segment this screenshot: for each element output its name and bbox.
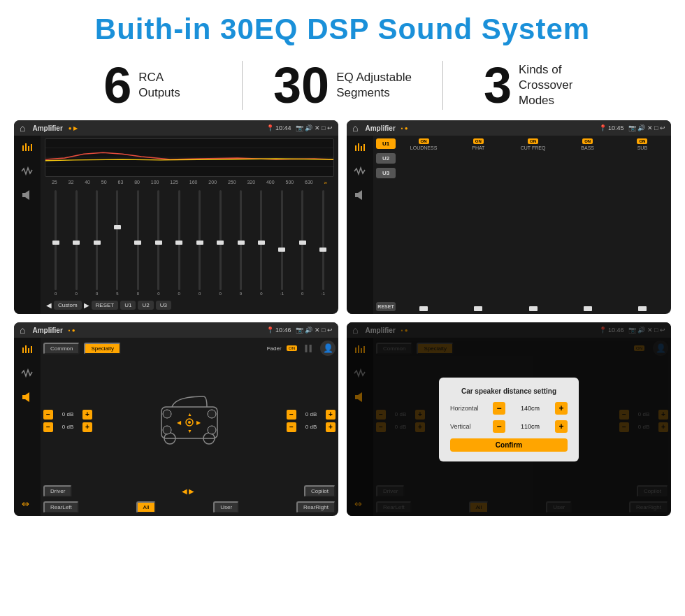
eq-slider-9[interactable]: 0 <box>210 190 229 296</box>
db1-minus[interactable]: − <box>43 410 53 420</box>
svg-point-25 <box>163 410 171 418</box>
eq-slider-13[interactable]: 0 <box>293 190 312 296</box>
eq-prev-arrow[interactable]: ◀ <box>46 301 52 309</box>
sub-on[interactable]: ON <box>637 138 647 144</box>
user-icon[interactable]: 👤 <box>320 341 336 356</box>
fader-speaker-icon[interactable] <box>20 389 35 405</box>
cross-wave-icon[interactable] <box>352 164 368 179</box>
fader-arrows-icon[interactable]: ⇔ <box>20 496 35 512</box>
horizontal-minus[interactable]: − <box>493 402 505 415</box>
svg-rect-9 <box>355 145 356 151</box>
user-button[interactable]: User <box>213 501 239 513</box>
stat-rca: 6 RCAOutputs <box>42 60 242 110</box>
cross-speaker-icon[interactable] <box>352 187 368 203</box>
svg-text:▶: ▶ <box>196 420 201 426</box>
phat-on[interactable]: ON <box>473 138 484 144</box>
eq-slider-11[interactable]: 0 <box>252 190 271 296</box>
svg-rect-0 <box>22 145 24 151</box>
eq-slider-12[interactable]: -1 <box>273 190 291 296</box>
reset-button[interactable]: RESET <box>376 302 396 311</box>
wave-icon[interactable] <box>20 164 35 179</box>
cross-status-icons: 📷 🔊 ✕ □ ↩ <box>628 124 665 131</box>
eq-slider-1[interactable]: 0 <box>46 190 65 296</box>
svg-rect-4 <box>22 193 25 197</box>
fader-right-arrow[interactable]: ▶ <box>189 487 194 495</box>
loudness-group: ON LOUDNESS <box>398 138 449 311</box>
vertical-plus[interactable]: + <box>555 420 568 433</box>
db3-minus[interactable]: − <box>287 410 296 420</box>
svg-rect-1 <box>25 143 27 151</box>
phat-label: PHAT <box>472 145 484 150</box>
svg-marker-5 <box>25 190 29 200</box>
horizontal-plus[interactable]: + <box>555 402 568 415</box>
vertical-minus[interactable]: − <box>493 420 505 433</box>
eq-u2-btn[interactable]: U2 <box>138 301 153 310</box>
bass-label: BASS <box>581 145 594 150</box>
db4-plus[interactable]: + <box>326 422 336 432</box>
home-icon[interactable]: ⌂ <box>20 122 25 134</box>
eq-left-sidebar <box>14 136 41 314</box>
specialty-tab[interactable]: Specialty <box>84 343 120 354</box>
u1-button[interactable]: U1 <box>376 138 396 149</box>
svg-rect-18 <box>31 346 32 353</box>
fader-left-arrow[interactable]: ◀ <box>182 487 187 495</box>
speaker-icon[interactable] <box>20 187 35 203</box>
cross-status-dots: ▪ ● <box>401 125 408 131</box>
eq-sliders: 0 0 0 5 0 <box>45 189 334 297</box>
eq-u1-btn[interactable]: U1 <box>120 301 136 310</box>
eq-main-content: 25 32 40 50 63 80 100 125 160 200 250 32… <box>41 136 338 314</box>
page-title: Buith-in 30EQ DSP Sound System <box>0 0 685 53</box>
stat-rca-label: RCAOutputs <box>138 70 180 101</box>
dialog-title: Car speaker distance setting <box>450 387 568 395</box>
loudness-on[interactable]: ON <box>419 138 429 144</box>
eq-custom-btn[interactable]: Custom <box>54 301 82 310</box>
eq-slider-7[interactable]: 0 <box>170 190 189 296</box>
fader-eq-icon[interactable] <box>20 342 35 357</box>
eq-slider-5[interactable]: 0 <box>129 190 147 296</box>
eq-icon[interactable] <box>20 140 35 155</box>
cross-home-icon[interactable]: ⌂ <box>352 122 358 134</box>
eq-next-arrow[interactable]: ▶ <box>84 301 89 309</box>
confirm-button[interactable]: Confirm <box>450 438 568 452</box>
db2-plus[interactable]: + <box>82 422 92 432</box>
u2-button[interactable]: U2 <box>376 153 396 164</box>
copilot-button[interactable]: Copilot <box>304 485 336 497</box>
cutfreq-on[interactable]: ON <box>528 138 538 144</box>
eq-slider-6[interactable]: 0 <box>149 190 168 296</box>
cross-screen-title: Amplifier <box>365 124 395 132</box>
fader-wave-icon[interactable] <box>20 366 35 381</box>
eq-slider-10[interactable]: 0 <box>231 190 250 296</box>
all-button[interactable]: All <box>136 501 157 513</box>
loudness-label: LOUDNESS <box>410 145 438 150</box>
eq-slider-3[interactable]: 0 <box>87 190 106 296</box>
db3-value: 0 dB <box>298 411 324 417</box>
eq-u3-btn[interactable]: U3 <box>156 301 171 310</box>
svg-rect-11 <box>361 146 362 151</box>
distance-dialog: Car speaker distance setting Horizontal … <box>439 378 579 461</box>
cross-eq-icon[interactable] <box>352 140 368 155</box>
horizontal-label: Horizontal <box>450 405 489 412</box>
u3-button[interactable]: U3 <box>376 168 396 178</box>
driver-button[interactable]: Driver <box>43 485 72 497</box>
db4-minus[interactable]: − <box>287 422 296 432</box>
eq-slider-8[interactable]: 0 <box>190 190 209 296</box>
stat-crossover: 3 Kinds ofCrossover Modes <box>443 60 643 110</box>
rearright-button[interactable]: RearRight <box>296 501 336 513</box>
fader-right-controls: − 0 dB + − 0 dB + <box>287 410 336 432</box>
eq-slider-14[interactable]: -1 <box>313 190 332 296</box>
svg-rect-19 <box>22 395 25 399</box>
svg-text:◀: ◀ <box>177 420 182 426</box>
db2-minus[interactable]: − <box>43 422 53 432</box>
db1-plus[interactable]: + <box>82 410 92 420</box>
common-tab[interactable]: Common <box>43 343 80 354</box>
rearleft-button[interactable]: RearLeft <box>43 501 79 513</box>
fader-home-icon[interactable]: ⌂ <box>20 324 25 336</box>
db3-plus[interactable]: + <box>326 410 336 420</box>
fader-on-badge[interactable]: ON <box>287 345 297 351</box>
svg-rect-15 <box>22 348 24 353</box>
eq-slider-2[interactable]: 0 <box>66 190 85 296</box>
eq-slider-4[interactable]: 5 <box>108 190 127 296</box>
car-diagram: ◀ ▶ ▲ ▼ <box>96 389 282 452</box>
eq-reset-btn[interactable]: RESET <box>92 301 119 310</box>
bass-on[interactable]: ON <box>582 138 593 144</box>
